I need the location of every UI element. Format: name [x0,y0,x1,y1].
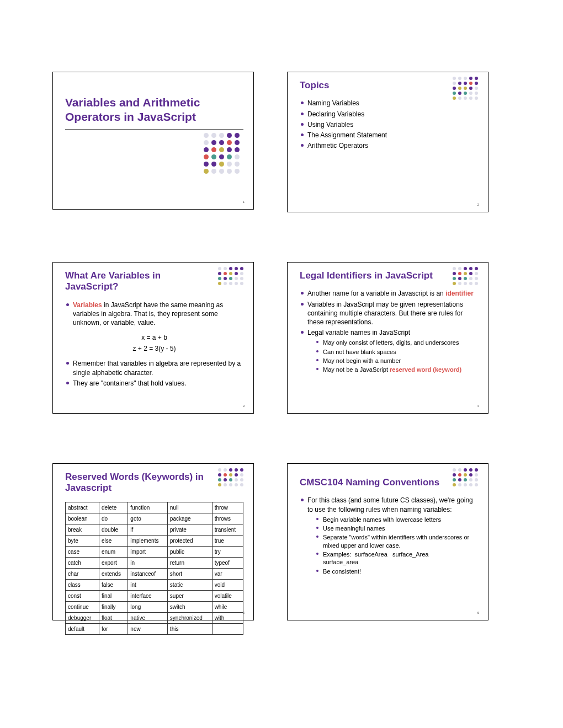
table-row: continuefinallylongswitchwhile [66,601,243,612]
slide-title: Variables and Arithmetic Operators in Ja… [65,95,243,125]
table-cell: char [66,568,99,579]
table-cell: typeof [212,557,243,568]
content-list: Remember that variables in algebra are r… [65,359,243,388]
sub-list: Begin variable names with lowercase lett… [316,516,478,575]
table-cell: case [66,546,99,557]
table-cell: throws [212,513,243,524]
slide-title: Topics [300,80,446,91]
table-row: byteelseimplementsprotectedtrue [66,535,243,546]
table-cell: while [212,601,243,612]
table-cell: extends [99,568,128,579]
table-cell: switch [167,601,212,612]
row-3: Reserved Words (Keywords) in Javascript … [52,463,530,620]
table-cell: false [99,579,128,590]
table-cell [212,623,243,634]
table-cell: interface [128,590,168,601]
slide-title: CMSC104 Naming Conventions [300,477,446,488]
list-item: May not begin with a number [316,357,478,365]
sub-list: May only consist of letters, digits, and… [316,339,478,373]
table-cell: package [167,513,212,524]
table-cell: byte [66,535,99,546]
table-cell: protected [167,535,212,546]
table-row: debuggerfloatnativesynchronizedwith [66,612,243,623]
table-row: catchexportinreturntypeof [66,557,243,568]
list-item: Naming Variables [300,99,478,108]
table-cell: var [212,568,243,579]
slide-1: Variables and Arithmetic Operators in Ja… [52,72,254,210]
list-item: Separate "words" within identifiers with… [316,533,478,549]
slide-6: CMSC104 Naming Conventions For this clas… [287,463,488,620]
content-list: For this class (and some future CS class… [300,496,478,575]
table-cell: static [167,579,212,590]
table-row: constfinalinterfacesupervolatile [66,590,243,601]
table-cell: import [128,546,168,557]
table-cell: transient [212,524,243,535]
table-cell: do [99,513,128,524]
keywords-table: abstractdeletefunctionnullthrowbooleando… [65,502,243,635]
table-cell: instanceof [128,568,168,579]
decorative-dots [453,267,480,285]
table-row: classfalseintstaticvoid [66,579,243,590]
slide-handout: Variables and Arithmetic Operators in Ja… [0,0,563,703]
page-number: 6 [477,611,479,614]
slide-4: Legal Identifiers in JavaScript Another … [287,262,488,414]
slide-2: Topics Naming Variables Declaring Variab… [287,72,488,212]
list-item: Variables in JavaScript may be given rep… [300,300,478,327]
table-cell: goto [128,513,168,524]
list-item: Can not have blank spaces [316,348,478,356]
table-cell: return [167,557,212,568]
table-cell: class [66,579,99,590]
slide-title: What Are Variables in JavaScript? [65,270,211,293]
table-cell: throw [212,502,243,513]
page-number: 4 [477,404,479,408]
table-row: breakdoubleifprivatetransient [66,524,243,535]
page-number: 5 [243,611,245,614]
table-cell: export [99,557,128,568]
table-cell: int [128,579,168,590]
table-cell: private [167,524,212,535]
list-item: May not be a JavaScript reserved word (k… [316,366,478,373]
table-cell: public [167,546,212,557]
table-cell: void [212,579,243,590]
table-row: caseenumimportpublictry [66,546,243,557]
table-cell: abstract [66,502,99,513]
slide-3: What Are Variables in JavaScript? Variab… [52,262,254,414]
row-2: What Are Variables in JavaScript? Variab… [52,262,530,414]
content-list: Another name for a variable in Javascrip… [300,289,478,373]
list-item: Begin variable names with lowercase lett… [316,516,478,523]
table-cell: volatile [212,590,243,601]
table-cell: enum [99,546,128,557]
table-cell: with [212,612,243,623]
list-item: Arithmetic Operators [300,141,478,150]
decorative-dots [453,468,480,486]
decorative-dots [453,77,480,100]
table-cell: finally [99,601,128,612]
topic-list: Naming Variables Declaring Variables Usi… [300,99,478,150]
page-number: 1 [243,200,245,204]
table-cell: boolean [66,513,99,524]
table-cell: null [167,502,212,513]
table-row: booleandogotopackagethrows [66,513,243,524]
equation: x = a + b [65,334,243,341]
table-cell: if [128,524,168,535]
table-cell: function [128,502,168,513]
page-number: 2 [477,203,479,206]
table-cell: const [66,590,99,601]
list-item: For this class (and some future CS class… [300,496,478,575]
table-cell: continue [66,601,99,612]
list-item: Declaring Variables [300,110,478,119]
table-cell: in [128,557,168,568]
list-item: Legal variable names in JavaScript May o… [300,328,478,373]
list-item: Be consistent! [316,568,478,575]
list-item: Use meaningful names [316,524,478,532]
table-cell: final [99,590,128,601]
table-cell: default [66,623,99,634]
table-cell: this [167,623,212,634]
decorative-dots-large [204,133,242,174]
list-item: They are "containers" that hold values. [65,379,243,388]
row-1: Variables and Arithmetic Operators in Ja… [52,72,530,212]
slide-5: Reserved Words (Keywords) in Javascript … [52,463,254,620]
table-cell: catch [66,557,99,568]
list-item: Another name for a variable in Javascrip… [300,289,478,298]
table-cell: try [212,546,243,557]
